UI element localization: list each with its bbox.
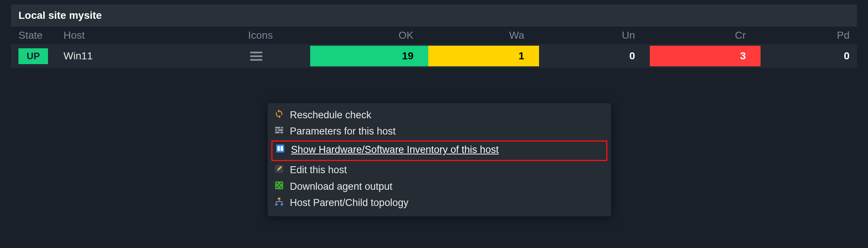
menu-parameters[interactable]: Parameters for this host [274, 123, 605, 139]
svg-point-15 [280, 182, 282, 184]
panel-title: Local site mysite [11, 4, 857, 27]
edit-icon [274, 163, 290, 174]
svg-rect-1 [250, 55, 262, 57]
svg-point-16 [276, 186, 278, 188]
hamburger-icon[interactable] [248, 48, 264, 64]
download-icon [274, 180, 290, 190]
ok-count: 19 [310, 46, 428, 66]
hosts-table: State Host Icons OK Wa Un Cr Pd UP Win11 [11, 27, 857, 68]
col-state[interactable]: State [11, 29, 59, 41]
col-host[interactable]: Host [59, 29, 244, 41]
svg-rect-11 [281, 146, 283, 151]
svg-rect-10 [277, 146, 280, 151]
cell-un[interactable]: 0 [539, 50, 650, 62]
svg-rect-7 [277, 129, 278, 131]
svg-point-18 [278, 184, 280, 186]
cell-icons [244, 48, 310, 64]
menu-item-label: Show Hardware/Software Inventory of this… [291, 143, 603, 156]
col-icons[interactable]: Icons [244, 29, 310, 41]
menu-topology[interactable]: Host Parent/Child topology [274, 195, 605, 211]
reschedule-icon [274, 108, 290, 119]
menu-item-label: Reschedule check [290, 108, 604, 122]
inventory-icon [275, 143, 291, 153]
col-pd[interactable]: Pd [761, 29, 857, 41]
table-row: UP Win11 19 1 0 3 [11, 44, 857, 68]
topology-icon [274, 196, 290, 206]
cr-count: 3 [650, 46, 761, 66]
svg-rect-3 [275, 127, 283, 129]
menu-edit[interactable]: Edit this host [274, 162, 605, 178]
table-header: State Host Icons OK Wa Un Cr Pd [11, 27, 857, 44]
parameters-icon [274, 125, 290, 135]
state-badge[interactable]: UP [18, 48, 48, 64]
cell-host[interactable]: Win11 [59, 50, 244, 62]
svg-rect-20 [275, 204, 278, 206]
menu-inventory[interactable]: Show Hardware/Software Inventory of this… [271, 140, 607, 161]
menu-item-label: Host Parent/Child topology [290, 196, 604, 209]
svg-rect-19 [278, 198, 281, 199]
svg-rect-8 [279, 132, 281, 133]
wa-count: 1 [428, 46, 539, 66]
cell-wa[interactable]: 1 [428, 46, 539, 66]
col-wa[interactable]: Wa [428, 29, 539, 41]
cell-cr[interactable]: 3 [650, 46, 761, 66]
svg-rect-4 [275, 129, 283, 131]
menu-item-label: Parameters for this host [290, 125, 604, 138]
svg-point-14 [276, 182, 278, 184]
menu-reschedule[interactable]: Reschedule check [274, 107, 605, 123]
svg-rect-0 [250, 52, 262, 53]
cell-ok[interactable]: 19 [310, 46, 428, 66]
svg-rect-2 [250, 59, 262, 60]
svg-point-17 [280, 186, 282, 188]
col-cr[interactable]: Cr [650, 29, 761, 41]
host-actions-menu: Reschedule check Parameters for this hos… [268, 103, 611, 216]
menu-item-label: Download agent output [290, 180, 604, 193]
cell-state: UP [11, 48, 59, 64]
menu-download[interactable]: Download agent output [274, 178, 605, 195]
col-un[interactable]: Un [539, 29, 650, 41]
site-panel: Local site mysite State Host Icons OK Wa… [11, 4, 857, 68]
svg-rect-21 [281, 204, 283, 206]
menu-item-label: Edit this host [290, 163, 604, 177]
col-ok[interactable]: OK [310, 29, 428, 41]
svg-rect-6 [280, 127, 281, 129]
cell-pd[interactable]: 0 [761, 50, 857, 62]
